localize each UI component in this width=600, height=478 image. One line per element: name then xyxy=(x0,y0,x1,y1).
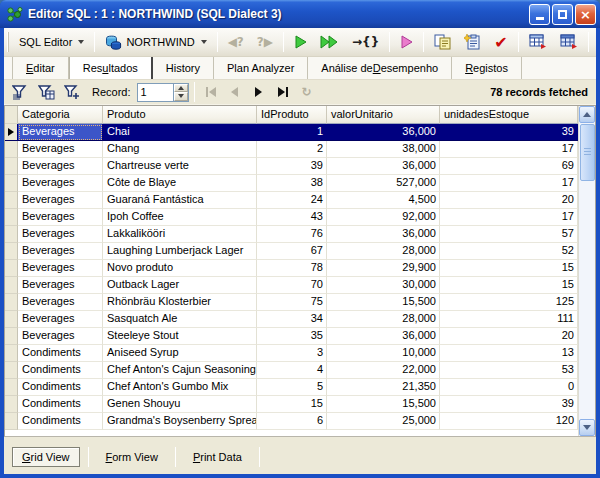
row-indicator[interactable] xyxy=(5,175,18,192)
row-indicator[interactable] xyxy=(5,209,18,226)
grid-cell[interactable]: 1 xyxy=(257,124,327,141)
grid-cell[interactable]: 111 xyxy=(440,311,578,328)
grid-cell[interactable]: 36,000 xyxy=(327,158,440,175)
grid-cell[interactable]: Grandma's Boysenberry Spread xyxy=(103,413,257,430)
grid-cell[interactable]: 125 xyxy=(440,294,578,311)
grid-cell[interactable]: 75 xyxy=(257,294,327,311)
grid-cell[interactable]: Beverages xyxy=(18,124,103,141)
filter-dialog-button[interactable] xyxy=(34,82,58,103)
refresh-button[interactable]: ↻ xyxy=(296,82,318,102)
row-indicator[interactable] xyxy=(5,294,18,311)
grid-cell[interactable]: 36,000 xyxy=(327,226,440,243)
tab-history[interactable]: History xyxy=(153,57,214,79)
count-records-button[interactable]: Count records xyxy=(593,31,596,53)
grid-cell[interactable]: 35 xyxy=(257,328,327,345)
table-row[interactable]: BeveragesCôte de Blaye38527,00017 xyxy=(5,175,578,192)
row-indicator[interactable] xyxy=(5,192,18,209)
grid-cell[interactable]: Chef Anton's Gumbo Mix xyxy=(103,379,257,396)
grid-cell[interactable]: Guaraná Fantástica xyxy=(103,192,257,209)
table-row[interactable]: CondimentsGenen Shouyu1515,50039 xyxy=(5,396,578,413)
grid-cell[interactable]: 36,000 xyxy=(327,328,440,345)
grid-cell[interactable]: 67 xyxy=(257,243,327,260)
vertical-scrollbar[interactable] xyxy=(578,106,595,436)
table-row[interactable]: BeveragesIpoh Coffee4392,00017 xyxy=(5,209,578,226)
grid-cell[interactable]: 17 xyxy=(440,141,578,158)
grid-cell[interactable]: Genen Shouyu xyxy=(103,396,257,413)
table-row[interactable]: BeveragesSasquatch Ale3428,000111 xyxy=(5,311,578,328)
grid-cell[interactable]: Beverages xyxy=(18,175,103,192)
execute-step-button[interactable] xyxy=(394,31,419,53)
grid-cell[interactable]: 39 xyxy=(440,124,578,141)
grid-cell[interactable]: 38 xyxy=(257,175,327,192)
grid-cell[interactable]: Outback Lager xyxy=(103,277,257,294)
next-query-button[interactable]: ?▶ xyxy=(251,31,279,53)
table-row[interactable]: BeveragesRhönbräu Klosterbier7515,500125 xyxy=(5,294,578,311)
row-indicator[interactable] xyxy=(5,277,18,294)
new-query-button[interactable] xyxy=(458,31,487,53)
grid-cell[interactable]: 70 xyxy=(257,277,327,294)
database-select-button[interactable]: NORTHWIND xyxy=(99,31,212,53)
filter-button[interactable] xyxy=(8,82,32,103)
maximize-button[interactable] xyxy=(552,4,573,25)
grid-cell[interactable]: 29,900 xyxy=(327,260,440,277)
grid-cell[interactable]: 24 xyxy=(257,192,327,209)
close-button[interactable]: × xyxy=(575,4,596,25)
table-row[interactable]: BeveragesOutback Lager7030,00015 xyxy=(5,277,578,294)
grid-cell[interactable]: 120 xyxy=(440,413,578,430)
tab-resultados[interactable]: Resultados xyxy=(69,57,153,79)
grid-cell[interactable]: 36,000 xyxy=(327,124,440,141)
column-header[interactable]: Categoria xyxy=(18,106,103,124)
validate-button[interactable]: ✔ xyxy=(488,31,513,53)
row-indicator[interactable] xyxy=(5,260,18,277)
grid-cell[interactable]: Laughing Lumberjack Lager xyxy=(103,243,257,260)
grid-cell[interactable]: Beverages xyxy=(18,192,103,209)
grid-cell[interactable]: 15 xyxy=(440,277,578,294)
grid-cell[interactable]: Lakkalikööri xyxy=(103,226,257,243)
execute-button[interactable] xyxy=(288,31,313,53)
grid-cell[interactable]: Beverages xyxy=(18,294,103,311)
table-row[interactable]: CondimentsChef Anton's Cajun Seasoning42… xyxy=(5,362,578,379)
table-row[interactable]: BeveragesChang238,00017 xyxy=(5,141,578,158)
tab-registos[interactable]: Registos xyxy=(452,57,522,79)
grid-cell[interactable]: Condiments xyxy=(18,413,103,430)
grid-cell[interactable]: 39 xyxy=(257,158,327,175)
table-row[interactable]: CondimentsGrandma's Boysenberry Spread62… xyxy=(5,413,578,430)
row-indicator[interactable] xyxy=(5,243,18,260)
scrollbar-thumb[interactable] xyxy=(580,124,595,181)
grid-cell[interactable]: 4 xyxy=(257,362,327,379)
grid-cell[interactable]: 20 xyxy=(440,192,578,209)
table-row[interactable]: BeveragesGuaraná Fantástica244,50020 xyxy=(5,192,578,209)
grid-cell[interactable]: Beverages xyxy=(18,260,103,277)
record-spinbox[interactable]: 1 xyxy=(137,83,189,102)
toolbar-grip[interactable] xyxy=(7,32,9,52)
column-header[interactable]: IdProduto xyxy=(257,106,327,124)
grid-cell[interactable]: 6 xyxy=(257,413,327,430)
title-bar[interactable]: Editor SQL : 1 : NORTHWIND (SQL Dialect … xyxy=(0,0,600,28)
grid-cell[interactable]: Chai xyxy=(103,124,257,141)
tab-analise-de-desempenho[interactable]: Análise de Desempenho xyxy=(308,57,452,79)
grid-cell[interactable]: 78 xyxy=(257,260,327,277)
grid-cell[interactable]: 4,500 xyxy=(327,192,440,209)
grid-cell[interactable]: Aniseed Syrup xyxy=(103,345,257,362)
grid-cell[interactable]: Beverages xyxy=(18,328,103,345)
tab-grid-view[interactable]: Grid View xyxy=(12,447,80,467)
row-indicator[interactable] xyxy=(5,362,18,379)
row-indicator[interactable] xyxy=(5,345,18,362)
grid-cell[interactable]: 17 xyxy=(440,209,578,226)
sql-editor-menu-button[interactable]: SQL Editor xyxy=(13,31,90,53)
first-record-button[interactable] xyxy=(200,82,222,102)
grid-cell[interactable]: 15 xyxy=(440,260,578,277)
row-indicator[interactable] xyxy=(5,396,18,413)
grid-cell[interactable]: Beverages xyxy=(18,209,103,226)
grid-cell[interactable]: 34 xyxy=(257,311,327,328)
grid-cell[interactable]: Rhönbräu Klosterbier xyxy=(103,294,257,311)
grid-cell[interactable]: 527,000 xyxy=(327,175,440,192)
grid-cell[interactable]: Beverages xyxy=(18,243,103,260)
row-indicator[interactable] xyxy=(5,328,18,345)
column-header[interactable]: valorUnitario xyxy=(327,106,440,124)
table-row[interactable]: CondimentsAniseed Syrup310,00013 xyxy=(5,345,578,362)
grid-cell[interactable]: 69 xyxy=(440,158,578,175)
grid-cell[interactable]: Ipoh Coffee xyxy=(103,209,257,226)
tab-plan-analyzer[interactable]: Plan Analyzer xyxy=(214,57,308,79)
grid-cell[interactable]: 15,500 xyxy=(327,294,440,311)
